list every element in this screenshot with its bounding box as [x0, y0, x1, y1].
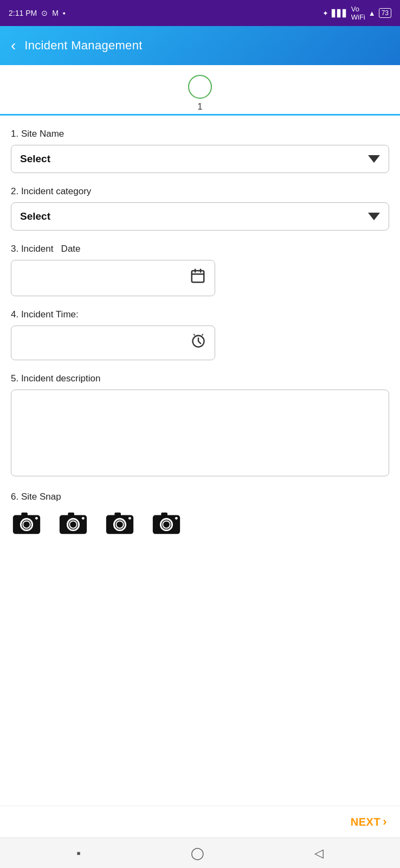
incident-description-group: 5. Incident description: [11, 373, 389, 478]
wifi-icon: ▲: [369, 9, 376, 17]
svg-rect-12: [21, 513, 28, 516]
bluetooth-icon: ✦: [322, 9, 328, 17]
incident-date-label: 3. Incident Date: [11, 244, 389, 254]
square-icon-status: ▪: [63, 9, 66, 17]
incident-date-input[interactable]: [11, 260, 215, 296]
site-name-group: 1. Site Name Select: [11, 129, 389, 173]
chevron-down-icon: [368, 155, 380, 163]
svg-rect-0: [192, 271, 204, 282]
svg-point-16: [69, 521, 77, 528]
status-bar: 2:11 PM ⊙ M ▪ ✦ ▋▋▋ VoWiFi ▲ 73: [0, 0, 400, 26]
svg-point-13: [35, 517, 38, 520]
svg-point-11: [23, 521, 30, 528]
bottom-nav-bar: ▪ ◯ ◁: [0, 838, 400, 868]
camera-icon-status: ⊙: [41, 9, 48, 17]
incident-description-label: 5. Incident description: [11, 373, 389, 384]
next-arrow-icon: ›: [383, 815, 387, 829]
svg-rect-17: [68, 513, 74, 516]
incident-category-select[interactable]: Select: [11, 202, 389, 231]
status-left: 2:11 PM ⊙ M ▪: [9, 9, 66, 17]
svg-point-23: [128, 517, 131, 520]
footer-nav: NEXT ›: [0, 806, 400, 838]
site-name-value: Select: [20, 153, 50, 165]
site-snap-group: 6. Site Snap: [11, 492, 389, 541]
time-display: 2:11 PM: [9, 9, 37, 17]
nav-home-button[interactable]: ◯: [191, 846, 204, 860]
status-right: ✦ ▋▋▋ VoWiFi ▲ 73: [322, 5, 391, 21]
incident-description-textarea[interactable]: [11, 390, 389, 476]
incident-time-group: 4. Incident Time:: [11, 309, 389, 360]
step-number: 1: [198, 102, 203, 112]
camera-button-2[interactable]: [57, 508, 89, 541]
camera-button-3[interactable]: [104, 508, 136, 541]
svg-point-21: [116, 521, 124, 528]
clock-icon: [191, 334, 206, 352]
vowifi-icon: VoWiFi: [351, 5, 365, 21]
mail-icon-status: M: [52, 9, 59, 17]
svg-rect-22: [114, 513, 121, 516]
signal-icon: ▋▋▋: [332, 9, 348, 17]
chevron-down-icon-2: [368, 213, 380, 220]
battery-display: 73: [379, 8, 391, 18]
step-circle: [188, 75, 212, 99]
next-button[interactable]: NEXT ›: [351, 815, 387, 829]
svg-point-28: [175, 517, 178, 520]
incident-time-label: 4. Incident Time:: [11, 309, 389, 320]
nav-back-button[interactable]: ◁: [314, 846, 324, 860]
incident-category-label: 2. Incident category: [11, 186, 389, 197]
incident-category-value: Select: [20, 210, 50, 222]
header: ‹ Incident Management: [0, 26, 400, 65]
svg-rect-27: [161, 513, 167, 516]
site-snap-label: 6. Site Snap: [11, 492, 389, 502]
camera-row: [11, 508, 389, 541]
site-name-label: 1. Site Name: [11, 129, 389, 139]
camera-button-1[interactable]: [11, 508, 42, 541]
svg-line-7: [194, 334, 195, 335]
incident-date-group: 3. Incident Date: [11, 244, 389, 296]
camera-button-4[interactable]: [151, 508, 182, 541]
svg-line-8: [202, 334, 203, 335]
nav-square-button[interactable]: ▪: [76, 846, 81, 860]
site-name-select[interactable]: Select: [11, 145, 389, 173]
back-button[interactable]: ‹: [11, 37, 16, 54]
incident-category-group: 2. Incident category Select: [11, 186, 389, 231]
calendar-icon: [190, 268, 206, 288]
svg-point-26: [163, 521, 170, 528]
form-container: 1. Site Name Select 2. Incident category…: [0, 116, 400, 806]
svg-point-18: [82, 517, 85, 520]
page-title: Incident Management: [24, 39, 142, 53]
next-label: NEXT: [351, 816, 380, 828]
step-indicator: 1: [0, 65, 400, 116]
incident-time-input[interactable]: [11, 326, 215, 360]
svg-line-6: [198, 341, 201, 343]
